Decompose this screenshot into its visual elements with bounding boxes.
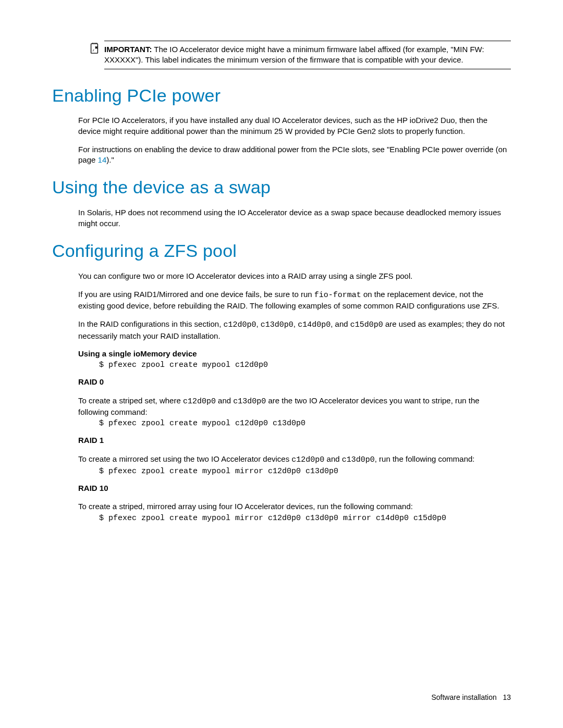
pcie-paragraph-1: For PCIe IO Accelerators, if you have in… [78,115,511,137]
raid10-paragraph: To create a striped, mirrored array usin… [78,501,511,512]
zfs-paragraph-3: In the RAID configurations in this secti… [78,319,511,341]
code-c12: c12d0p0 [223,320,256,329]
raid1-paragraph: To create a mirrored set using the two I… [78,454,511,465]
raid1-mid: and [324,454,341,463]
code-fio-format: fio-format [314,291,361,300]
page: IMPORTANT: The IO Accelerator device mig… [0,0,563,728]
zfs-paragraph-1: You can configure two or more IO Acceler… [78,271,511,281]
page-14-link[interactable]: 14 [98,155,107,164]
raid0-c2: c13d0p0 [233,397,266,406]
heading-swap: Using the device as a swap [52,176,511,200]
cmd-single: $ pfexec zpool create mypool c12d0p0 [99,360,511,371]
important-body: The IO Accelerator device might have a m… [104,45,484,64]
pcie-p2-post: )." [106,155,114,164]
footer-section: Software installation [431,693,496,701]
raid1-c1: c12d0p0 [291,455,324,464]
zfs-p3-s2: , [293,319,298,328]
subhead-single-iomemory: Using a single ioMemory device [78,349,511,359]
zfs-p3-a: In the RAID configurations in this secti… [78,319,223,328]
swap-paragraph-1: In Solaris, HP does not recommend using … [78,207,511,229]
subhead-raid0: RAID 0 [78,377,511,387]
subhead-raid10: RAID 10 [78,483,511,493]
raid1-a: To create a mirrored set using the two I… [78,454,291,463]
subhead-raid1: RAID 1 [78,435,511,446]
important-label: IMPORTANT: [104,45,152,54]
code-c15: c15d0p0 [350,320,383,329]
raid0-a: To create a striped set, where [78,396,183,405]
page-footer: Software installation 13 [431,693,511,702]
raid1-b: , run the following command: [375,454,475,463]
heading-zfs: Configuring a ZFS pool [52,239,511,263]
code-c14: c14d0p0 [298,320,331,329]
zfs-p2-a: If you are using RAID1/Mirrored and one … [78,290,314,299]
raid0-mid: and [216,396,233,405]
cmd-raid1: $ pfexec zpool create mypool mirror c12d… [99,466,511,477]
code-c13: c13d0p0 [261,320,293,329]
cmd-raid10: $ pfexec zpool create mypool mirror c12d… [99,513,511,524]
cmd-raid0: $ pfexec zpool create mypool c12d0p0 c13… [99,418,511,429]
raid1-c2: c13d0p0 [342,455,375,464]
important-callout: IMPORTANT: The IO Accelerator device mig… [89,41,511,69]
heading-enabling-pcie: Enabling PCIe power [52,84,511,108]
important-text: IMPORTANT: The IO Accelerator device mig… [104,41,511,69]
pcie-p2-pre: For instructions on enabling the device … [78,145,507,164]
zfs-p3-s1: , [256,319,261,328]
raid0-paragraph: To create a striped set, where c12d0p0 a… [78,396,511,418]
zfs-p3-s3: , and [331,319,350,328]
footer-page-number: 13 [503,693,511,701]
zfs-paragraph-2: If you are using RAID1/Mirrored and one … [78,289,511,312]
raid0-c1: c12d0p0 [183,397,216,406]
pcie-paragraph-2: For instructions on enabling the device … [78,144,511,166]
important-icon [89,41,104,57]
